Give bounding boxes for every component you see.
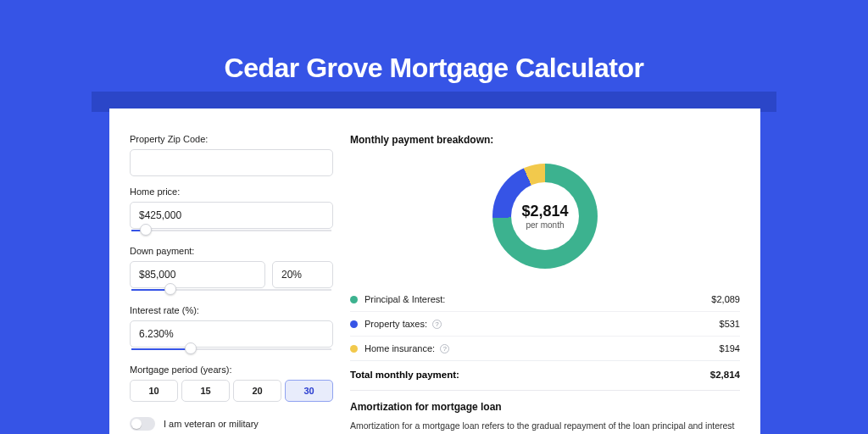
total-value: $2,814	[710, 370, 740, 380]
info-icon[interactable]: ?	[440, 344, 449, 353]
amortization-body: Amortization for a mortgage loan refers …	[350, 420, 740, 434]
legend-label: Home insurance:?	[364, 343, 720, 353]
legend-row: Principal & Interest:$2,089	[350, 287, 740, 311]
total-label: Total monthly payment:	[350, 370, 710, 380]
legend-value: $194	[720, 343, 740, 353]
total-row: Total monthly payment: $2,814	[350, 360, 740, 390]
veteran-toggle[interactable]	[130, 417, 155, 431]
legend-label: Property taxes:?	[364, 319, 720, 329]
legend-dot-icon	[350, 345, 358, 353]
period-option-15[interactable]: 15	[181, 380, 230, 402]
down-payment-group: Down payment:	[130, 246, 333, 295]
veteran-label: I am veteran or military	[164, 419, 259, 429]
down-payment-label: Down payment:	[130, 246, 333, 256]
period-option-20[interactable]: 20	[233, 380, 281, 402]
period-option-10[interactable]: 10	[130, 380, 178, 402]
down-payment-slider[interactable]	[130, 287, 333, 295]
home-price-input[interactable]	[130, 202, 333, 229]
zip-label: Property Zip Code:	[130, 134, 333, 144]
legend-dot-icon	[350, 320, 358, 328]
home-price-slider[interactable]	[130, 227, 333, 236]
legend-row: Home insurance:?$194	[350, 336, 740, 360]
legend-dot-icon	[350, 296, 358, 303]
home-price-label: Home price:	[130, 186, 333, 197]
interest-rate-label: Interest rate (%):	[130, 305, 333, 315]
period-group: Mortgage period (years): 10152030	[130, 364, 333, 402]
breakdown-legend: Principal & Interest:$2,089Property taxe…	[350, 287, 740, 360]
legend-label: Principal & Interest:	[364, 294, 711, 304]
down-payment-percent-input[interactable]	[272, 261, 333, 288]
amortization-block: Amortization for mortgage loan Amortizat…	[350, 390, 740, 434]
interest-rate-slider[interactable]	[130, 346, 333, 354]
calculator-card: Property Zip Code: Home price: Down paym…	[109, 108, 760, 434]
period-option-30[interactable]: 30	[285, 380, 333, 402]
input-column: Property Zip Code: Home price: Down paym…	[130, 134, 333, 434]
interest-rate-input[interactable]	[130, 320, 333, 348]
amortization-title: Amortization for mortgage loan	[350, 401, 740, 413]
breakdown-title: Monthly payment breakdown:	[350, 134, 740, 146]
interest-rate-group: Interest rate (%):	[130, 305, 333, 354]
veteran-row: I am veteran or military	[130, 417, 333, 431]
page-title: Cedar Grove Mortgage Calculator	[0, 0, 868, 104]
home-price-group: Home price:	[130, 186, 333, 236]
zip-group: Property Zip Code:	[130, 134, 333, 176]
down-payment-amount-input[interactable]	[130, 261, 265, 288]
donut-amount: $2,814	[350, 203, 740, 220]
legend-value: $2,089	[711, 294, 740, 304]
legend-row: Property taxes:?$531	[350, 311, 740, 336]
period-label: Mortgage period (years):	[130, 364, 333, 375]
donut-sub: per month	[350, 220, 740, 230]
breakdown-column: Monthly payment breakdown: $2,814 per mo…	[350, 134, 740, 434]
donut-chart: $2,814 per month	[350, 153, 740, 280]
legend-value: $531	[720, 319, 740, 329]
info-icon[interactable]: ?	[432, 320, 442, 329]
zip-input[interactable]	[130, 149, 333, 176]
period-options: 10152030	[130, 380, 333, 402]
